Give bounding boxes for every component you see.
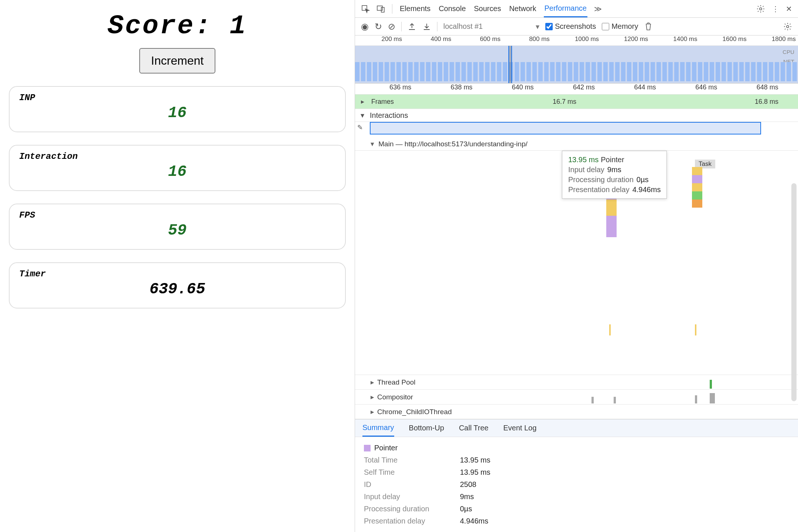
summary-v: 13.95 ms xyxy=(460,468,490,477)
flame-tick xyxy=(609,324,611,335)
gc-icon[interactable] xyxy=(644,22,653,31)
summary-k: Presentation delay xyxy=(364,517,453,525)
overview-tick: 1800 ms xyxy=(749,35,798,45)
memory-checkbox[interactable]: Memory xyxy=(602,22,638,31)
inspect-element-icon[interactable] xyxy=(361,4,370,13)
increment-button[interactable]: Increment xyxy=(139,48,215,74)
flame-canvas[interactable]: 13.95 msPointer Input delay9ms Processin… xyxy=(355,151,798,375)
flame-tick xyxy=(591,397,594,403)
card-value-inp: 16 xyxy=(19,104,335,122)
app-pane: Score: 1 Increment INP 16 Interaction 16… xyxy=(0,0,355,532)
overview-timeline[interactable]: 200 ms 400 ms 600 ms 800 ms 1000 ms 1200… xyxy=(355,35,798,83)
track-thread-pool[interactable]: ▸ Thread Pool xyxy=(355,375,798,389)
track-label: Thread Pool xyxy=(377,378,416,386)
track-childio[interactable]: ▸ Chrome_ChildIOThread xyxy=(355,404,798,419)
expand-icon[interactable]: ▸ xyxy=(371,407,374,416)
summary-v: 4.946ms xyxy=(460,517,488,525)
summary-k: Input delay xyxy=(364,492,453,501)
flame-tick xyxy=(710,380,712,389)
overview-axis: 200 ms 400 ms 600 ms 800 ms 1000 ms 1200… xyxy=(355,35,798,46)
bottom-tab-bottomup[interactable]: Bottom-Up xyxy=(409,420,444,436)
screenshots-label: Screenshots xyxy=(555,22,596,31)
device-toolbar-icon[interactable] xyxy=(376,4,385,13)
pencil-icon[interactable]: ✎ xyxy=(357,123,363,132)
gear-icon[interactable] xyxy=(756,4,765,13)
flame-panel: 636 ms 638 ms 640 ms 642 ms 644 ms 646 m… xyxy=(355,83,798,419)
card-label-fps: FPS xyxy=(19,210,335,220)
track-label: Frames xyxy=(370,98,394,106)
download-icon[interactable] xyxy=(422,22,431,31)
interaction-bar[interactable] xyxy=(370,122,761,134)
close-icon[interactable]: ✕ xyxy=(786,4,792,13)
track-label: Main — http://localhost:5173/understandi… xyxy=(378,140,527,148)
overview-tick: 1400 ms xyxy=(650,35,699,45)
collapse-icon[interactable]: ▾ xyxy=(371,140,374,148)
tabs-overflow-icon[interactable]: ≫ xyxy=(594,4,602,13)
summary-title: Pointer xyxy=(374,444,398,452)
track-value: 16.7 ms xyxy=(394,98,735,106)
svg-rect-1 xyxy=(377,6,382,10)
overview-tick: 400 ms xyxy=(404,35,453,45)
card-fps: FPS 59 xyxy=(9,204,346,250)
scrollbar[interactable] xyxy=(791,183,797,401)
profile-select[interactable]: localhost #1 ▾ xyxy=(443,22,539,31)
tab-elements[interactable]: Elements xyxy=(399,1,431,17)
bottom-tab-eventlog[interactable]: Event Log xyxy=(503,420,536,436)
reload-icon[interactable]: ↻ xyxy=(375,21,382,32)
summary-panel: Pointer Total Time13.95 ms Self Time13.9… xyxy=(355,437,798,532)
track-main[interactable]: ▾ Main — http://localhost:5173/understan… xyxy=(355,136,798,151)
expand-icon[interactable]: ▸ xyxy=(371,393,374,401)
record-icon[interactable]: ◉ xyxy=(361,21,369,32)
summary-k: Processing duration xyxy=(364,505,453,513)
overview-net-band xyxy=(355,62,798,81)
svg-point-3 xyxy=(760,8,762,10)
svg-rect-2 xyxy=(381,7,384,12)
tooltip-v: 0µs xyxy=(637,175,649,184)
tooltip-name: Pointer xyxy=(601,156,624,164)
collapse-icon[interactable]: ▾ xyxy=(355,111,370,120)
bottom-tabbar: Summary Bottom-Up Call Tree Event Log xyxy=(355,419,798,437)
card-timer: Timer 639.65 xyxy=(9,262,346,308)
bottom-panel: Summary Bottom-Up Call Tree Event Log Po… xyxy=(355,419,798,532)
track-frames[interactable]: ▸ Frames 16.7 ms 16.8 ms xyxy=(355,95,798,109)
chevron-down-icon: ▾ xyxy=(536,22,539,31)
detail-tick: 636 ms xyxy=(370,83,431,94)
summary-v: 0µs xyxy=(460,505,472,513)
flame-stack[interactable] xyxy=(692,167,702,208)
tab-sources[interactable]: Sources xyxy=(473,1,502,17)
card-label-interaction: Interaction xyxy=(19,151,335,161)
card-interaction: Interaction 16 xyxy=(9,145,346,191)
card-value-timer: 639.65 xyxy=(19,280,335,298)
track-label: Interactions xyxy=(370,111,408,120)
tab-network[interactable]: Network xyxy=(508,1,537,17)
clear-icon[interactable]: ⊘ xyxy=(388,21,395,32)
tab-console[interactable]: Console xyxy=(438,1,466,17)
overview-selection-handle[interactable] xyxy=(508,46,512,83)
summary-v: 9ms xyxy=(460,492,474,501)
kebab-menu-icon[interactable]: ⋮ xyxy=(772,4,779,13)
flame-tick xyxy=(614,397,616,403)
screenshots-checkbox[interactable]: Screenshots xyxy=(545,22,596,31)
overview-tick: 1600 ms xyxy=(700,35,749,45)
track-interactions[interactable]: ▾ Interactions xyxy=(355,109,798,122)
detail-tick: 646 ms xyxy=(676,83,737,94)
tooltip: 13.95 msPointer Input delay9ms Processin… xyxy=(562,151,667,199)
bottom-tab-summary[interactable]: Summary xyxy=(362,420,394,437)
detail-axis: 636 ms 638 ms 640 ms 642 ms 644 ms 646 m… xyxy=(355,83,798,95)
tooltip-v: 4.946ms xyxy=(632,185,661,194)
flame-tick xyxy=(695,395,697,403)
track-compositor[interactable]: ▸ Compositor xyxy=(355,389,798,404)
bottom-tab-calltree[interactable]: Call Tree xyxy=(459,420,488,436)
card-label-inp: INP xyxy=(19,93,335,103)
expand-icon[interactable]: ▸ xyxy=(371,378,374,386)
gear-icon[interactable] xyxy=(783,22,792,31)
tab-performance[interactable]: Performance xyxy=(544,0,588,17)
devtools-pane: Elements Console Sources Network Perform… xyxy=(355,0,798,532)
memory-label: Memory xyxy=(611,22,638,31)
card-inp: INP 16 xyxy=(9,86,346,132)
detail-tick: 642 ms xyxy=(553,83,615,94)
expand-icon[interactable]: ▸ xyxy=(355,98,370,106)
upload-icon[interactable] xyxy=(407,22,416,31)
profile-toolbar: ◉ ↻ ⊘ localhost #1 ▾ Screenshots Memory xyxy=(355,18,798,35)
card-value-fps: 59 xyxy=(19,222,335,239)
